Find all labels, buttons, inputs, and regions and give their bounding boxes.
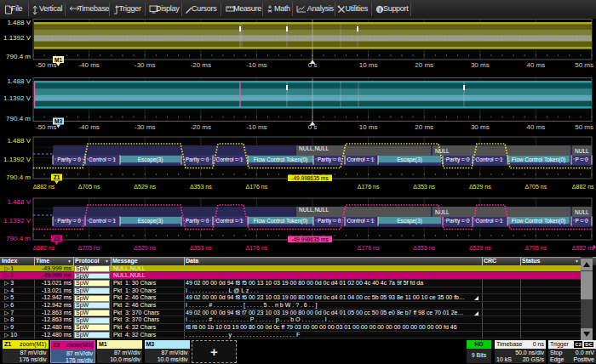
descriptor-m3[interactable]: M387 mV/div10.0 ms/div [145,340,190,363]
decode-field-label: Parity = 0 [446,156,470,163]
column-separator [34,258,35,265]
column-header-crc[interactable]: CRC [484,258,519,265]
decode-field-label: Parity = 0 [318,156,341,163]
cell-data: . . . . . . . . . . . . . y . . . . . . … [186,332,480,339]
cell-time: -12.942 ms [34,294,72,302]
decode-field: Escape(3) [378,156,441,165]
timebase-box[interactable]: Timebase0 ns50.0 ns/div10 kS20 GS/s [495,340,546,363]
column-header-protocol[interactable]: Protocol▼ [75,258,110,265]
table-row-6[interactable]: ▷ 6-12.942 msSpWPkt 2: 46 CharsI . . . .… [0,302,581,310]
trigger-box[interactable]: TriggerC2DCStop0.0 mVEdgePositive [548,340,596,363]
table-row-2[interactable]: ▷ 2-49.999 msSpWNULL,NULL [0,272,581,280]
table-row-3[interactable]: ▷ 3-13.021 msSpWPkt 1: 30 Chars49 02 00 … [0,280,581,287]
descriptor-m1[interactable]: M187 mV/div10.0 ms/div [97,340,142,363]
time-axis-label: 20 ms [415,61,433,69]
time-axis-label: -10 ms [246,61,266,69]
table-header: IndexTime▼Protocol▼MessageDataCRCStatus▼ [0,258,596,265]
descriptor-hscale: 176 ns/div [53,357,93,364]
table-row-9[interactable]: ▷ 9-12.480 msSpWPkt 4: 32 Charsf8 f8 00 … [0,324,581,332]
table-row-1[interactable]: ▷ 1-49.999 msSpWNULL,NULL [0,265,581,273]
decode-field-label: Control = 1 [89,156,116,162]
time-axis-label: 10 ms [359,61,378,69]
descriptor-id: M3 [146,340,155,349]
panel-m3: -50 ms-40 ms-30 ms-20 ms-10 ms0 s10 ms20… [3,77,593,131]
decode-packet-label: NULL [435,148,450,154]
decode-field: Flow Control Token(0) [248,217,313,226]
cell-data [186,272,480,280]
table-row-5[interactable]: ▷ 5-12.942 msSpWPkt 2: 46 Chars49 02 00 … [0,294,581,302]
add-trace-button[interactable]: + [192,340,237,363]
table-scrollbar[interactable] [581,257,593,340]
scroll-up-button[interactable] [581,259,593,270]
cell-time: -49.999 ms [34,272,72,280]
delta-time-label: Δ353 ns [413,184,435,190]
descriptor-source: zoom(M3) [66,341,93,350]
delta-time-label: Δ882 ns [572,245,594,251]
cell-time: -13.021 ms [34,280,72,287]
cell-index: ▷ 5 [4,294,32,302]
trace-tag-label: Z1 [54,174,60,180]
decode-field-label: Control = 1 [216,156,244,162]
scroll-thumb[interactable] [581,271,593,299]
delta-time-label: Δ705 ns [525,245,547,251]
panel-z1: Parity = 0Control = 1Escape(3)Parity = 0… [3,137,594,190]
delta-time-label: Δ882 ns [33,245,55,251]
decode-field-label: Parity = 0 [57,218,81,225]
descriptor-hscale: 176 ns/div [4,356,47,364]
cell-message: Pkt 1: 30 Chars [113,280,183,287]
column-header-label: Time [36,258,49,264]
column-header-data[interactable]: Data [186,258,481,265]
descriptor-bar: Z1zoom(M1)87 mV/div176 ns/divZ2zoom(M3)8… [0,340,596,364]
column-header-message[interactable]: Message [112,258,183,265]
cell-protocol: SpW [74,302,110,309]
table-row-4[interactable]: ▷ 4-13.021 msSpWPkt 1: 30 CharsI . . . .… [0,287,581,295]
cell-data: 49 02 00 00 0d 94 f8 f6 00 23 10 03 19 0… [186,294,480,302]
scroll-down-button[interactable] [581,328,593,340]
vertical-scale-label: 790.4 m [6,115,31,122]
waveform-panels: -50 ms-40 ms-30 ms-20 ms-10 ms0 s10 ms20… [0,0,596,257]
panel-m1: -50 ms-40 ms-30 ms-20 ms-10 ms0 s10 ms20… [3,19,593,69]
decode-field: Flow Control Token(0) [248,156,313,165]
column-separator [184,258,185,265]
time-axis-label: -40 ms [78,61,99,69]
column-header-time[interactable]: Time▼ [36,258,72,265]
oscilloscope-app: FileVerticalTimebaseTriggerDisplayCursor… [0,0,596,364]
delta-time-label: Δ529 ns [469,184,491,190]
column-header-label: Message [112,258,138,264]
decode-field-label: Control = 1 [347,156,375,162]
hd-mode-box[interactable]: HD9 Bits [467,340,491,363]
panel-m1-time-axis: -50 ms-40 ms-30 ms-20 ms-10 ms0 s10 ms20… [36,61,593,69]
cell-message: NULL,NULL [113,265,183,273]
table-row-8[interactable]: ▷ 8-12.863 msSpWPkt 3: 370 CharsI . . . … [0,316,581,324]
column-filter-icon[interactable]: ▼ [105,258,109,265]
decode-field: Parity = 0 [181,156,213,165]
cell-index: ▷ 6 [4,302,32,310]
decode-field-label: Flow Control Token(0) [512,156,565,163]
timebase-label: Timebase [496,340,522,349]
delta-time-label: Δ176 ns [246,184,268,190]
trigger-label: Trigger [550,340,569,349]
cell-message: Pkt 2: 46 Chars [113,294,183,302]
descriptor-id: Z1 [4,340,11,349]
column-filter-icon[interactable]: ▼ [67,258,72,265]
decode-field-label: Control = 1 [476,156,503,162]
column-header-status[interactable]: Status▼ [522,258,580,265]
column-header-index[interactable]: Index [2,258,33,265]
table-row-10[interactable]: ▷ 10-12.480 msSpWPkt 4: 32 Chars. . . . … [0,332,581,339]
delta-time-label: Δ529 ns [134,245,156,251]
vertical-scale-label: 1.488 V [7,19,31,26]
decode-field-label: Control = 1 [476,218,503,224]
decode-field: Parity = 0 [53,156,85,165]
descriptor-z1[interactable]: Z1zoom(M1)87 mV/div176 ns/div [3,340,49,363]
descriptor-z2[interactable]: Z2zoom(M3)87 mV/div176 ns/div [50,340,95,363]
table-row-7[interactable]: ▷ 7-12.863 msSpWPkt 3: 370 Chars49 02 00… [0,310,581,317]
column-filter-icon[interactable]: ▼ [575,258,579,265]
delta-time-label: Δ176 ns [358,184,380,190]
cell-index: ▷ 2 [4,272,32,280]
trigger-time-badge-label: -49.998635 ms [291,236,329,242]
decode-field-label: Flow Control Token(0) [254,156,307,163]
decode-packet: NULL [572,207,592,217]
decode-field: Control = 1 [85,217,119,226]
decode-field: Escape(3) [120,156,181,165]
cell-message: Pkt 4: 32 Chars [113,332,183,339]
